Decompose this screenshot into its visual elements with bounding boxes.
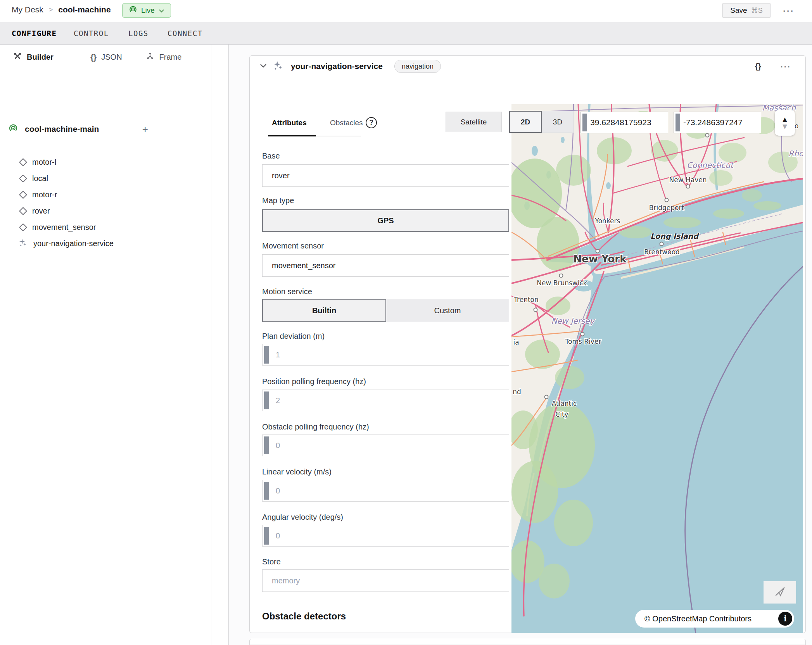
linear-velocity-label: Linear velocity (m/s) [262, 467, 332, 476]
save-label: Save [730, 6, 747, 15]
broadcast-icon [129, 5, 137, 16]
tree-item-motor-l[interactable]: motor-l [20, 154, 56, 170]
navigation-service-card: your-navigation-service navigation {} ⋯ … [249, 55, 806, 633]
svg-text:Connecticut: Connecticut [687, 160, 734, 170]
svg-text:Bridgeport: Bridgeport [649, 204, 684, 212]
position-polling-input[interactable] [263, 390, 509, 411]
help-icon[interactable]: ? [366, 117, 377, 128]
svg-text:Yonkers: Yonkers [595, 217, 620, 225]
svg-text:City: City [555, 410, 568, 418]
live-status-badge[interactable]: Live [122, 3, 171, 18]
save-button[interactable]: Save ⌘S [722, 3, 771, 18]
svg-text:New York: New York [574, 253, 627, 265]
svg-text:Atlantic: Atlantic [552, 400, 577, 407]
store-input[interactable] [263, 570, 509, 592]
view-2d-button[interactable]: 2D [509, 111, 542, 133]
main-nav-bar: CONFIGURE CONTROL LOGS CONNECT [0, 22, 812, 45]
tree-item-motor-r[interactable]: motor-r [20, 186, 57, 203]
tree-item-navigation-service[interactable]: your-navigation-service [19, 235, 114, 252]
obstacle-polling-label: Obstacle polling frequency (hz) [262, 423, 369, 431]
tree-item-local[interactable]: local [20, 170, 48, 186]
tab-connect[interactable]: CONNECT [168, 22, 203, 45]
component-icon [19, 190, 27, 198]
map-type-select[interactable]: GPS [262, 209, 509, 232]
more-menu-button[interactable]: ⋯ [779, 2, 798, 19]
component-icon [19, 158, 27, 166]
breadcrumb-separator: > [49, 6, 53, 14]
zoom-stepper[interactable]: ▲ ▼ [775, 110, 795, 136]
longitude-input[interactable] [683, 112, 759, 133]
tree-root-machine[interactable]: cool-machine-main + [9, 121, 202, 138]
next-card-preview[interactable] [249, 639, 806, 645]
angular-velocity-input[interactable] [263, 525, 509, 546]
svg-text:Trenton: Trenton [513, 296, 539, 304]
attribution-text[interactable]: © OpenStreetMap Contributors [644, 614, 752, 623]
tab-underline-active [268, 135, 316, 136]
map-attribution: © OpenStreetMap Contributors i [635, 610, 794, 628]
live-label: Live [141, 6, 155, 15]
component-icon [19, 223, 27, 231]
svg-text:Rhod: Rhod [788, 149, 803, 158]
longitude-field [674, 112, 761, 133]
step-down-icon[interactable]: ▼ [781, 122, 789, 130]
tab-configure[interactable]: CONFIGURE [12, 22, 57, 45]
base-input[interactable] [263, 165, 509, 186]
view-3d-button[interactable]: 3D [541, 111, 574, 133]
view-json[interactable]: {} JSON [90, 53, 122, 62]
service-type-badge: navigation [394, 60, 441, 73]
svg-text:New Jersey: New Jersey [551, 316, 595, 326]
braces-icon: {} [90, 53, 97, 62]
svg-text:ia: ia [513, 338, 519, 346]
locate-button[interactable] [764, 581, 796, 604]
tab-obstacles[interactable]: Obstacles [330, 119, 363, 127]
view-switcher: Builder {} JSON Frame [0, 45, 211, 70]
view-builder[interactable]: Builder [13, 52, 54, 63]
latitude-field [580, 112, 668, 133]
collapse-chevron-icon[interactable] [260, 63, 267, 70]
component-icon [19, 174, 27, 182]
frame-axes-icon [145, 52, 155, 63]
config-sidebar: Builder {} JSON Frame [0, 45, 211, 645]
angular-velocity-label: Angular velocity (deg/s) [262, 513, 343, 522]
motion-builtin-option[interactable]: Builtin [262, 299, 386, 322]
obstacle-polling-field [262, 435, 509, 456]
tab-logs[interactable]: LOGS [128, 22, 149, 45]
latitude-input[interactable] [590, 112, 666, 133]
store-field [262, 569, 509, 592]
view-builder-label: Builder [27, 53, 54, 62]
movement-sensor-input[interactable] [263, 255, 509, 276]
map-type-label: Map type [262, 196, 294, 205]
card-more-button[interactable]: ⋯ [780, 60, 791, 73]
motion-custom-option[interactable]: Custom [386, 299, 509, 322]
movement-sensor-label: Movement sensor [262, 241, 324, 250]
chevron-down-icon [159, 6, 164, 15]
tree-item-movement-sensor[interactable]: movement_sensor [20, 219, 96, 235]
tree-item-rover[interactable]: rover [20, 203, 50, 219]
breadcrumb-current: cool-machine [58, 5, 111, 14]
tab-attributes[interactable]: Attributes [272, 119, 307, 127]
motion-service-label: Motion service [262, 287, 312, 296]
svg-text:nd: nd [513, 388, 521, 396]
position-polling-field [262, 390, 509, 411]
svg-text:New Brunswick: New Brunswick [537, 279, 587, 287]
view-frame[interactable]: Frame [145, 52, 182, 63]
longitude-drag-handle[interactable] [676, 114, 680, 131]
latitude-drag-handle[interactable] [582, 114, 587, 131]
obstacle-polling-input[interactable] [263, 435, 509, 456]
card-header: your-navigation-service navigation {} ⋯ [250, 56, 805, 77]
add-component-button[interactable]: + [142, 123, 202, 135]
map-canvas[interactable]: Massach ro Rhod Connecticut New Haven Br… [511, 104, 803, 633]
json-braces-icon[interactable]: {} [755, 62, 761, 71]
machine-broadcast-icon [9, 124, 18, 135]
save-shortcut: ⌘S [751, 6, 763, 15]
tools-icon [13, 52, 22, 63]
plan-deviation-input[interactable] [263, 344, 509, 365]
angular-velocity-field [262, 525, 509, 547]
tab-control[interactable]: CONTROL [74, 22, 109, 45]
breadcrumb-root[interactable]: My Desk [12, 5, 43, 14]
satellite-toggle-button[interactable]: Satellite [446, 112, 502, 132]
card-title: your-navigation-service [291, 62, 383, 71]
linear-velocity-input[interactable] [263, 480, 509, 501]
panel-divider[interactable] [211, 45, 229, 645]
info-icon[interactable]: i [778, 612, 792, 626]
